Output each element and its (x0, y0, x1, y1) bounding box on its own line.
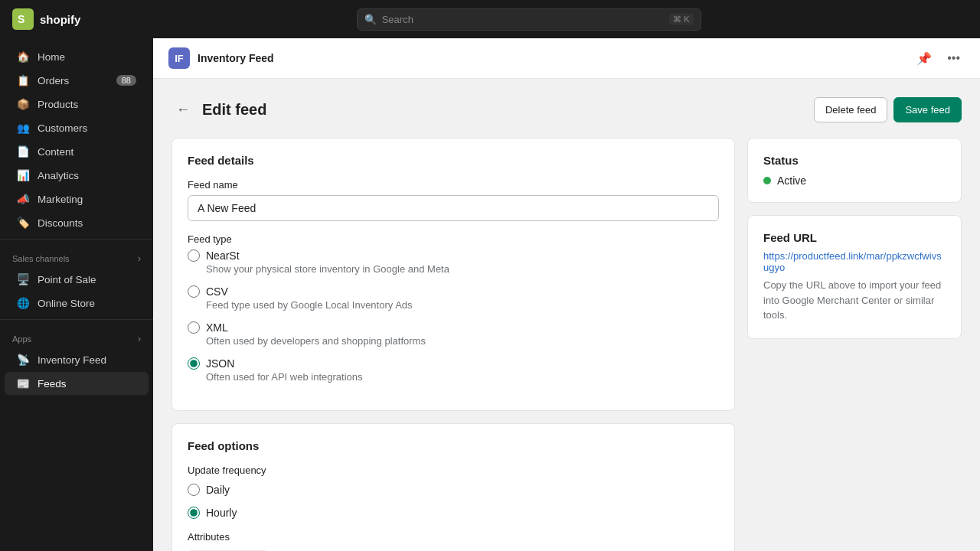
sidebar-item-analytics[interactable]: 📊 Analytics (5, 164, 149, 187)
status-card-title: Status (763, 154, 946, 167)
sidebar-item-customers[interactable]: 👥 Customers (5, 116, 149, 139)
feed-url-desc: Copy the URL above to import your feed i… (763, 278, 946, 323)
customers-icon: 👥 (17, 122, 30, 134)
sales-channels-arrow: › (138, 253, 141, 264)
feed-details-title: Feed details (188, 154, 719, 167)
feed-url-card-title: Feed URL (763, 231, 946, 244)
orders-badge: 88 (116, 75, 136, 86)
radio-hourly-label: Hourly (206, 507, 237, 519)
content-area: IF Inventory Feed 📌 ••• ← Edit feed Dele… (153, 38, 980, 551)
shopify-logo: S shopify (12, 8, 80, 30)
radio-hourly: Hourly (188, 507, 719, 519)
channel-icon: IF (168, 47, 190, 69)
radio-xml-desc: Often used by developers and shopping pl… (206, 335, 719, 347)
sidebar-item-feeds[interactable]: 📰 Feeds (5, 372, 149, 395)
page-title: Edit feed (202, 101, 266, 119)
radio-nearst-label: NearSt (206, 249, 240, 262)
svg-text:S: S (18, 13, 24, 25)
two-col-layout: Feed details Feed name Feed type NearSt (172, 138, 962, 551)
discounts-icon: 🏷️ (17, 217, 30, 229)
channel-header: IF Inventory Feed 📌 ••• (153, 38, 980, 79)
radio-daily-label: Daily (206, 484, 230, 496)
sidebar-item-inventory-feed[interactable]: 📡 Inventory Feed (5, 348, 149, 371)
radio-csv-label: CSV (206, 285, 228, 298)
radio-csv-desc: Feed type used by Google Local Inventory… (206, 299, 719, 311)
radio-daily: Daily (188, 484, 719, 496)
main-col: Feed details Feed name Feed type NearSt (172, 138, 735, 551)
sidebar: 🏠 Home 📋 Orders 88 📦 Products 👥 Customer… (0, 38, 153, 551)
marketing-icon: 📣 (17, 193, 30, 205)
sidebar-item-products[interactable]: 📦 Products (5, 93, 149, 116)
sidebar-divider-2 (0, 319, 153, 320)
radio-json-desc: Often used for API web integrations (206, 371, 719, 383)
search-bar: 🔍 ⌘ K (357, 8, 701, 31)
feed-url-link[interactable]: https://productfeed.link/mar/ppkzwcfwivs… (763, 250, 946, 273)
feed-type-group: Feed type NearSt Show your physical stor… (188, 233, 719, 383)
delete-feed-button[interactable]: Delete feed (814, 97, 888, 122)
radio-nearst: NearSt Show your physical store inventor… (188, 249, 719, 275)
back-button[interactable]: ← (172, 100, 194, 119)
sidebar-divider-1 (0, 239, 153, 240)
status-row: Active (763, 174, 946, 187)
radio-xml: XML Often used by developers and shoppin… (188, 321, 719, 347)
store-icon: 🌐 (17, 297, 30, 309)
sidebar-item-marketing[interactable]: 📣 Marketing (5, 187, 149, 210)
radio-json: JSON Often used for API web integrations (188, 357, 719, 383)
radio-hourly-input[interactable] (188, 507, 200, 519)
sidebar-item-discounts[interactable]: 🏷️ Discounts (5, 211, 149, 234)
feed-url-card: Feed URL https://productfeed.link/mar/pp… (747, 215, 962, 339)
search-input[interactable] (357, 8, 701, 31)
analytics-icon: 📊 (17, 169, 30, 181)
more-options-button[interactable]: ••• (942, 48, 965, 68)
inventory-feed-icon: 📡 (17, 354, 30, 366)
side-col: Status Active Feed URL https://productfe… (747, 138, 962, 551)
feeds-icon: 📰 (17, 377, 30, 390)
edit-header: ← Edit feed Delete feed Save feed (172, 97, 962, 122)
radio-csv: CSV Feed type used by Google Local Inven… (188, 285, 719, 311)
radio-nearst-desc: Show your physical store inventory in Go… (206, 263, 719, 275)
feed-name-label: Feed name (188, 179, 719, 191)
feed-name-input[interactable] (188, 195, 719, 221)
update-freq-label: Update frequency (188, 465, 719, 476)
attributes-label: Attributes (188, 531, 719, 543)
orders-icon: 📋 (17, 74, 30, 86)
radio-nearst-input[interactable] (188, 249, 200, 262)
logo-text: shopify (40, 13, 80, 26)
feed-name-group: Feed name (188, 179, 719, 221)
feed-type-label: Feed type (188, 233, 719, 245)
sidebar-item-online-store[interactable]: 🌐 Online Store (5, 292, 149, 315)
pos-icon: 🖥️ (17, 273, 30, 285)
home-icon: 🏠 (17, 51, 30, 63)
page-content: ← Edit feed Delete feed Save feed Feed d… (153, 79, 980, 551)
feed-options-card: Feed options Update frequency Daily (172, 423, 735, 551)
radio-xml-input[interactable] (188, 321, 200, 334)
search-keyboard-shortcut: ⌘ K (669, 14, 693, 25)
status-dot (763, 177, 771, 184)
status-card: Status Active (747, 138, 962, 203)
update-freq-group: Update frequency Daily Hourl (188, 465, 719, 519)
sidebar-item-point-of-sale[interactable]: 🖥️ Point of Sale (5, 268, 149, 291)
radio-csv-input[interactable] (188, 285, 200, 298)
status-text: Active (777, 174, 806, 187)
sidebar-item-orders[interactable]: 📋 Orders 88 (5, 69, 149, 92)
apps-arrow: › (138, 334, 141, 344)
attributes-section: Attributes storeName ✏️ id ✏️ (188, 531, 719, 551)
main-layout: 🏠 Home 📋 Orders 88 📦 Products 👥 Customer… (0, 38, 980, 551)
sales-channels-section: Sales channels › (0, 244, 153, 267)
channel-title-wrap: IF Inventory Feed (168, 47, 274, 69)
search-icon: 🔍 (364, 14, 377, 25)
feed-options-title: Feed options (188, 439, 719, 452)
feed-details-card: Feed details Feed name Feed type NearSt (172, 138, 735, 411)
save-feed-button[interactable]: Save feed (893, 97, 962, 122)
products-icon: 📦 (17, 98, 30, 110)
pin-button[interactable]: 📌 (912, 48, 936, 69)
radio-daily-input[interactable] (188, 484, 200, 496)
radio-json-label: JSON (206, 357, 234, 370)
action-buttons: Delete feed Save feed (814, 97, 962, 122)
topbar: S shopify 🔍 ⌘ K (0, 0, 980, 38)
sidebar-item-content[interactable]: 📄 Content (5, 140, 149, 163)
content-icon: 📄 (17, 145, 30, 158)
edit-title-wrap: ← Edit feed (172, 100, 266, 119)
radio-json-input[interactable] (188, 357, 200, 370)
sidebar-item-home[interactable]: 🏠 Home (5, 45, 149, 68)
